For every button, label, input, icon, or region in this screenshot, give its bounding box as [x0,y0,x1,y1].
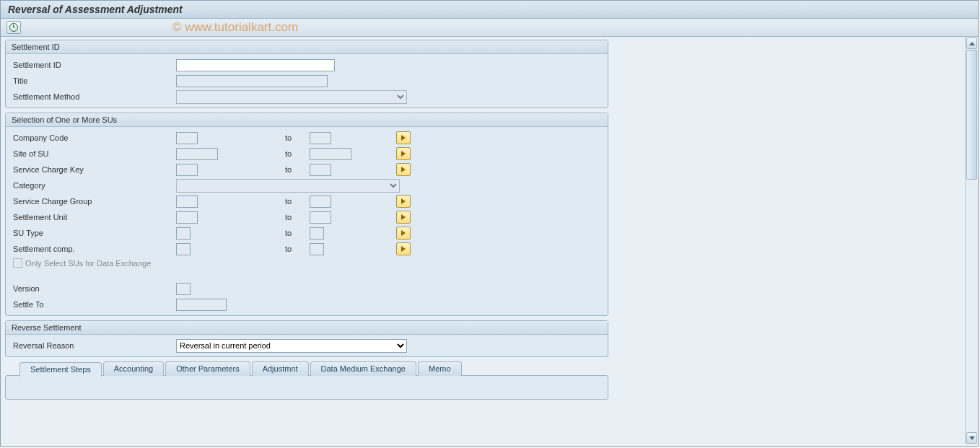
to-label: to [281,133,310,142]
settlement-id-label: Settlement ID [10,61,176,69]
scroll-thumb[interactable] [966,50,977,180]
company-code-to[interactable] [310,132,331,144]
sunit-label: Settlement Unit [10,213,176,221]
reversal-reason-select[interactable]: Reversal in current period [176,339,407,353]
to-label: to [281,197,310,206]
tab-content [5,375,608,400]
group-selection-sus: Selection of One or More SUs Company Cod… [5,113,608,316]
tab-settlement-steps[interactable]: Settlement Steps [19,362,102,377]
arrow-right-icon [401,167,406,172]
scomp-to[interactable] [310,243,324,255]
triangle-up-icon [969,42,975,45]
settlement-method-select [176,90,407,104]
only-exchange-checkbox [13,258,22,268]
group-header: Reverse Settlement [6,321,608,335]
group-header: Settlement ID [6,40,608,54]
multi-select-button[interactable] [396,131,411,144]
scgroup-to[interactable] [310,196,331,208]
scgroup-from[interactable] [176,196,198,208]
scroll-down-button[interactable] [966,432,977,444]
tab-other-parameters[interactable]: Other Parameters [165,361,250,376]
category-select[interactable] [176,179,400,193]
title-input [176,75,328,87]
multi-select-button[interactable] [396,147,411,160]
group-header: Selection of One or More SUs [6,113,608,127]
multi-select-button[interactable] [396,227,411,240]
to-label: to [281,149,310,158]
version-label: Version [10,284,176,293]
category-label: Category [10,181,176,190]
to-label: to [281,229,310,237]
scroll-up-button[interactable] [966,38,977,49]
scomp-from[interactable] [176,243,191,255]
watermark-text: © www.tutorialkart.com [172,20,298,35]
tab-accounting[interactable]: Accounting [103,361,164,376]
tab-adjustmnt[interactable]: Adjustmnt [252,361,309,376]
arrow-right-icon [401,246,406,252]
page-title: Reversal of Assessment Adjustment [1,1,978,19]
sunit-to[interactable] [310,211,331,224]
company-code-label: Company Code [10,133,176,142]
site-to[interactable] [310,148,351,160]
company-code-from[interactable] [176,132,198,144]
sutype-from[interactable] [176,227,191,240]
scomp-label: Settlement comp. [10,245,176,253]
to-label: to [281,165,310,174]
execute-icon [9,23,18,32]
toolbar: © www.tutorialkart.com [1,19,978,37]
sckey-from[interactable] [176,164,198,176]
sutype-to[interactable] [310,227,324,240]
sckey-to[interactable] [310,164,331,176]
scgroup-label: Service Charge Group [10,197,176,206]
to-label: to [281,245,310,253]
settlement-id-input[interactable] [176,59,335,71]
tabstrip: Settlement Steps Accounting Other Parame… [5,361,608,400]
site-label: Site of SU [10,149,176,158]
arrow-right-icon [401,135,406,141]
sunit-from[interactable] [176,211,198,224]
sutype-label: SU Type [10,229,176,237]
tab-row: Settlement Steps Accounting Other Parame… [5,361,608,376]
multi-select-button[interactable] [396,242,411,255]
settle-to-label: Settle To [10,300,176,309]
triangle-down-icon [969,436,975,440]
sckey-label: Service Charge Key [10,165,176,174]
settle-to-input[interactable] [176,299,227,311]
site-from[interactable] [176,148,218,160]
arrow-right-icon [401,214,406,220]
tab-memo[interactable]: Memo [418,361,462,376]
group-reverse-settlement: Reverse Settlement Reversal Reason Rever… [5,320,608,357]
main-content: Settlement ID Settlement ID Title Settle… [1,37,965,444]
arrow-right-icon [401,230,406,236]
window: Reversal of Assessment Adjustment © www.… [0,0,979,447]
only-exchange-label: Only Select SUs for Data Exchange [25,259,151,268]
multi-select-button[interactable] [396,195,411,208]
arrow-right-icon [401,151,406,157]
title-label: Title [10,76,176,85]
settlement-method-label: Settlement Method [10,92,176,101]
vertical-scrollbar[interactable] [965,37,978,444]
arrow-right-icon [401,198,406,204]
reversal-reason-label: Reversal Reason [10,341,176,350]
scroll-track[interactable] [966,50,978,431]
multi-select-button[interactable] [396,211,411,224]
multi-select-button[interactable] [396,163,411,176]
to-label: to [281,213,310,221]
version-input[interactable] [176,283,191,295]
tab-data-medium-exchange[interactable]: Data Medium Exchange [310,361,416,376]
work-area: Settlement ID Settlement ID Title Settle… [1,37,978,444]
group-settlement-id: Settlement ID Settlement ID Title Settle… [5,40,608,108]
execute-button[interactable] [6,21,21,34]
